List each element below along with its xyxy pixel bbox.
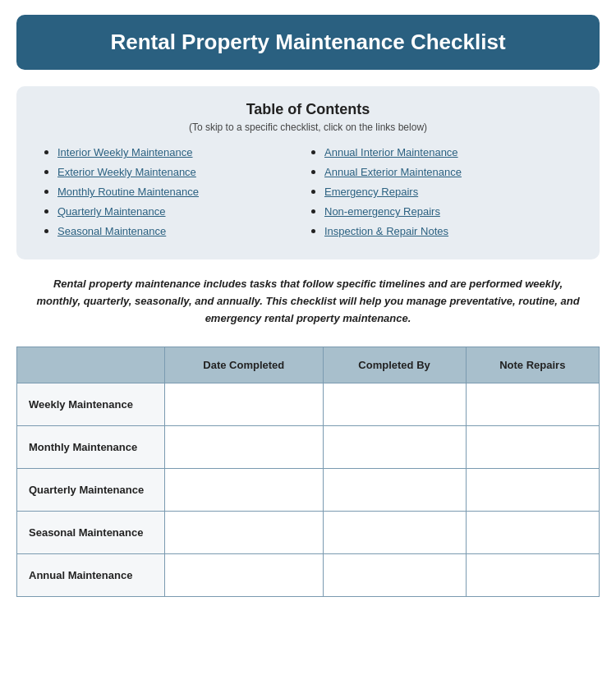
toc-columns: Interior Weekly Maintenance Exterior Wee… (41, 145, 575, 243)
col-header-completed-by: Completed By (323, 347, 466, 383)
table-row: Monthly Maintenance (17, 426, 600, 469)
toc-link-monthly[interactable]: Monthly Routine Maintenance (57, 186, 199, 198)
toc-container: Table of Contents (To skip to a specific… (16, 86, 600, 259)
row-label-monthly: Monthly Maintenance (17, 426, 165, 469)
toc-link-annual-interior[interactable]: Annual Interior Maintenance (324, 146, 458, 158)
row-label-annual: Annual Maintenance (17, 554, 165, 597)
row-notes-monthly[interactable] (466, 426, 599, 469)
col-header-notes: Note Repairs (466, 347, 599, 383)
row-date-seasonal[interactable] (165, 512, 324, 554)
table-header-row: Date Completed Completed By Note Repairs (17, 347, 600, 383)
row-label-quarterly: Quarterly Maintenance (17, 469, 165, 512)
toc-subtitle: (To skip to a specific checklist, click … (41, 122, 575, 133)
toc-link-annual-exterior[interactable]: Annual Exterior Maintenance (324, 166, 462, 178)
list-item[interactable]: Monthly Routine Maintenance (57, 184, 308, 199)
toc-right-col: Annual Interior Maintenance Annual Exter… (308, 145, 575, 243)
row-label-seasonal: Seasonal Maintenance (17, 512, 165, 554)
toc-left-col: Interior Weekly Maintenance Exterior Wee… (41, 145, 308, 243)
row-date-weekly[interactable] (165, 383, 324, 426)
row-completed-weekly[interactable] (323, 383, 466, 426)
row-completed-seasonal[interactable] (323, 512, 466, 554)
row-notes-weekly[interactable] (466, 383, 599, 426)
maintenance-table: Date Completed Completed By Note Repairs… (16, 347, 600, 597)
toc-title: Table of Contents (41, 101, 575, 118)
list-item[interactable]: Annual Exterior Maintenance (324, 164, 575, 179)
row-date-annual[interactable] (165, 554, 324, 597)
row-date-monthly[interactable] (165, 426, 324, 469)
row-completed-annual[interactable] (323, 554, 466, 597)
page-title: Rental Property Maintenance Checklist (33, 30, 583, 55)
table-row: Annual Maintenance (17, 554, 600, 597)
toc-link-exterior-weekly[interactable]: Exterior Weekly Maintenance (57, 166, 196, 178)
toc-link-non-emergency[interactable]: Non-emergency Repairs (324, 205, 440, 218)
list-item[interactable]: Annual Interior Maintenance (324, 145, 575, 159)
list-item[interactable]: Interior Weekly Maintenance (57, 145, 308, 159)
row-completed-monthly[interactable] (323, 426, 466, 469)
col-header-empty (17, 347, 165, 383)
toc-link-interior-weekly[interactable]: Interior Weekly Maintenance (57, 146, 193, 158)
header-banner: Rental Property Maintenance Checklist (16, 15, 600, 70)
list-item[interactable]: Quarterly Maintenance (57, 204, 308, 218)
toc-link-quarterly[interactable]: Quarterly Maintenance (57, 205, 166, 218)
row-notes-quarterly[interactable] (466, 469, 599, 512)
toc-link-inspection[interactable]: Inspection & Repair Notes (324, 225, 448, 237)
table-row: Seasonal Maintenance (17, 512, 600, 554)
list-item[interactable]: Non-emergency Repairs (324, 204, 575, 218)
row-notes-annual[interactable] (466, 554, 599, 597)
list-item[interactable]: Seasonal Maintenance (57, 223, 308, 238)
table-row: Weekly Maintenance (17, 383, 600, 426)
toc-link-seasonal[interactable]: Seasonal Maintenance (57, 225, 166, 237)
col-header-date: Date Completed (165, 347, 324, 383)
row-date-quarterly[interactable] (165, 469, 324, 512)
row-notes-seasonal[interactable] (466, 512, 599, 554)
table-row: Quarterly Maintenance (17, 469, 600, 512)
toc-link-emergency[interactable]: Emergency Repairs (324, 186, 418, 198)
maintenance-table-section: Date Completed Completed By Note Repairs… (16, 347, 600, 597)
list-item[interactable]: Exterior Weekly Maintenance (57, 164, 308, 179)
list-item[interactable]: Inspection & Repair Notes (324, 223, 575, 238)
row-completed-quarterly[interactable] (323, 469, 466, 512)
description-text: Rental property maintenance includes tas… (33, 276, 583, 327)
row-label-weekly: Weekly Maintenance (17, 383, 165, 426)
list-item[interactable]: Emergency Repairs (324, 184, 575, 199)
